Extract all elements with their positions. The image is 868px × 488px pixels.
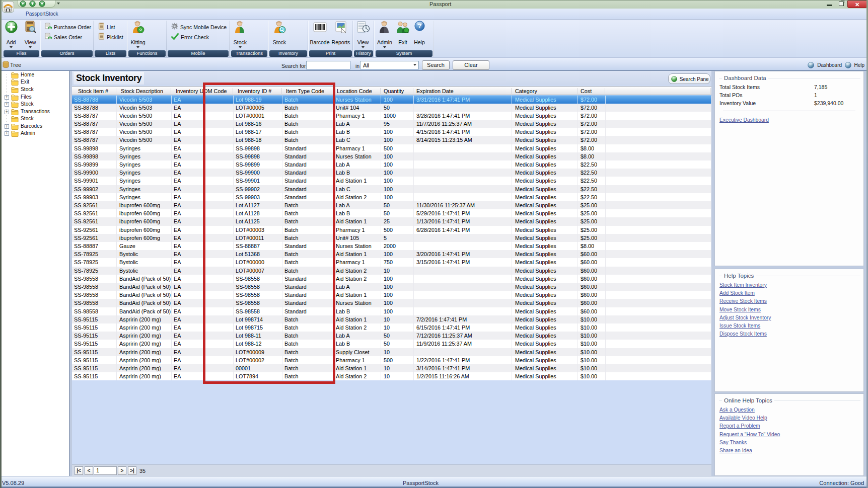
svg-text:?: ? <box>417 23 421 30</box>
